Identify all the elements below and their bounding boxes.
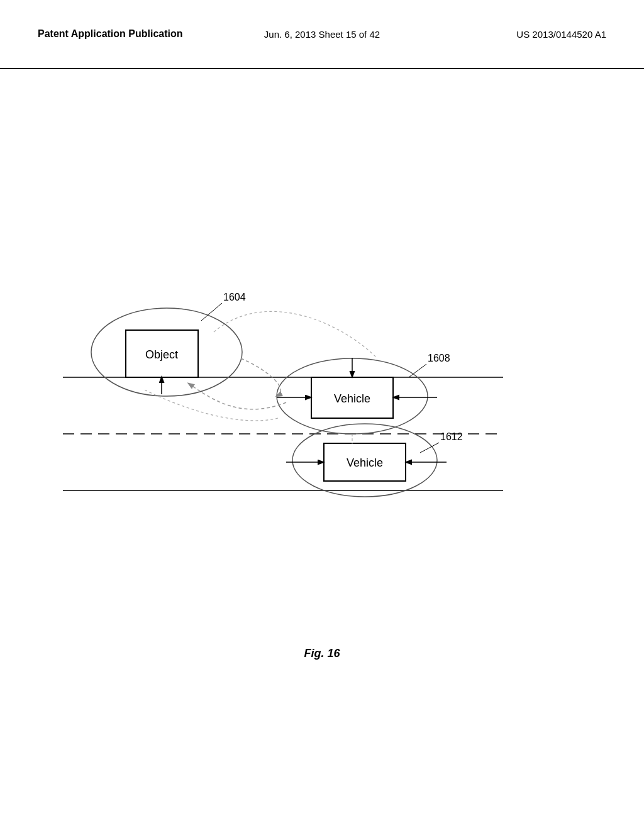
- svg-line-7: [201, 303, 222, 321]
- publication-date-sheet: Jun. 6, 2013 Sheet 15 of 42: [227, 29, 416, 40]
- svg-text:1604: 1604: [223, 292, 246, 302]
- svg-text:1608: 1608: [428, 353, 450, 363]
- svg-text:Vehicle: Vehicle: [334, 392, 370, 405]
- figure-caption: Fig. 16: [0, 647, 644, 660]
- svg-text:Vehicle: Vehicle: [347, 456, 383, 469]
- svg-text:1612: 1612: [440, 431, 463, 442]
- svg-text:Object: Object: [145, 348, 178, 361]
- publication-number: US 2013/0144520 A1: [417, 29, 606, 40]
- page-header: Patent Application Publication Jun. 6, 2…: [0, 0, 644, 69]
- diagram-area: Object 1604 Vehicle 1608 Vehicle 1612: [0, 69, 644, 830]
- publication-title: Patent Application Publication: [38, 28, 227, 40]
- svg-line-12: [409, 364, 426, 377]
- figure-16-svg: Object 1604 Vehicle 1608 Vehicle 1612: [0, 69, 644, 830]
